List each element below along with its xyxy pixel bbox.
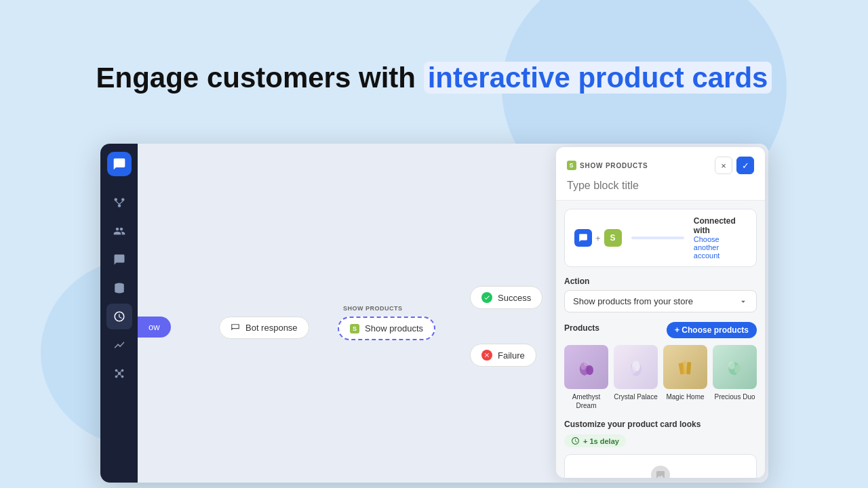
svg-point-18 xyxy=(584,361,589,366)
svg-point-21 xyxy=(629,366,636,374)
products-label: Products xyxy=(564,323,599,333)
chat-connect-icon xyxy=(574,229,592,247)
node-failure-label: Failure xyxy=(498,350,525,361)
sidebar-item-database[interactable] xyxy=(106,275,132,301)
connected-card: + S Connected with Choose another accoun… xyxy=(564,209,757,267)
node-shopify-icon: S xyxy=(350,324,359,333)
panel-body: + S Connected with Choose another accoun… xyxy=(556,201,765,478)
svg-point-7 xyxy=(115,369,117,372)
products-header: Products + Choose products xyxy=(564,322,757,338)
sidebar-item-flow[interactable] xyxy=(106,190,132,216)
sidebar-item-chat[interactable] xyxy=(106,247,132,272)
connected-text: Connected with Choose another account xyxy=(694,216,747,260)
svg-point-2 xyxy=(117,204,121,207)
node-show-products[interactable]: S Show products xyxy=(338,317,435,340)
amethyst-crystal-svg xyxy=(574,350,599,384)
node-show-products-sublabel: SHOW PRODUCTS xyxy=(343,305,403,312)
svg-line-13 xyxy=(117,375,118,376)
delay-badge[interactable]: + 1s delay xyxy=(564,434,626,447)
node-flow-label: ow xyxy=(149,322,160,332)
svg-rect-24 xyxy=(682,361,686,373)
hero-headline: Engage customers with interactive produc… xyxy=(0,61,868,95)
product-card-magic[interactable]: Magic Home xyxy=(663,345,707,410)
connected-title: Connected with xyxy=(694,216,747,235)
svg-line-11 xyxy=(117,371,118,373)
product-img-precious xyxy=(713,345,757,389)
app-window: ow Bot response SHOW PRODUCTS S Show pro… xyxy=(100,144,768,483)
svg-line-4 xyxy=(119,201,123,205)
choose-products-label: + Choose products xyxy=(675,325,749,335)
sidebar-logo[interactable] xyxy=(107,152,132,176)
svg-point-8 xyxy=(121,369,123,372)
svg-point-26 xyxy=(734,365,742,374)
delay-label: + 1s delay xyxy=(583,437,619,445)
product-name-magic: Magic Home xyxy=(663,392,707,401)
svg-point-0 xyxy=(114,198,117,201)
panel-close-button[interactable]: × xyxy=(715,157,732,174)
node-bot-label: Bot response xyxy=(245,323,298,333)
svg-point-1 xyxy=(121,198,125,201)
node-show-products-label: Show products xyxy=(365,323,423,333)
sidebar xyxy=(100,144,138,483)
panel-badge: S SHOW PRODUCTS xyxy=(567,161,648,170)
product-img-magic xyxy=(663,345,707,389)
node-success-label: Success xyxy=(498,293,531,303)
node-success[interactable]: Success xyxy=(470,286,542,309)
svg-point-10 xyxy=(121,375,123,378)
side-panel: S SHOW PRODUCTS × ✓ + S xyxy=(556,147,765,478)
svg-point-16 xyxy=(586,365,593,375)
chevron-down-icon xyxy=(738,297,748,306)
success-dot xyxy=(481,292,492,303)
precious-duo-svg xyxy=(723,350,747,384)
crystal-palace-svg xyxy=(624,350,648,384)
action-dropdown-value: Show products from your store xyxy=(573,296,693,306)
svg-rect-23 xyxy=(686,362,691,374)
customize-label: Customize your product card looks xyxy=(564,420,757,429)
svg-line-14 xyxy=(120,375,121,376)
node-bot-response[interactable]: Bot response xyxy=(219,317,309,339)
svg-point-27 xyxy=(728,361,735,369)
product-img-crystal xyxy=(614,345,658,389)
products-row: Amethyst Dream Crystal Palace xyxy=(564,345,757,410)
product-name-crystal: Crystal Palace xyxy=(614,392,658,401)
panel-badge-label: SHOW PRODUCTS xyxy=(580,162,648,169)
action-label: Action xyxy=(564,277,757,286)
panel-title-input[interactable] xyxy=(567,178,754,193)
node-flow[interactable]: ow xyxy=(138,317,171,338)
product-name-precious: Precious Duo xyxy=(713,392,757,401)
product-card-crystal[interactable]: Crystal Palace xyxy=(614,345,658,410)
delay-clock-icon xyxy=(571,436,580,445)
plus-sign: + xyxy=(595,233,601,243)
panel-confirm-button[interactable]: ✓ xyxy=(736,157,754,174)
choose-another-account-link[interactable]: Choose another account xyxy=(694,235,747,260)
connection-bar xyxy=(631,237,684,239)
failure-dot xyxy=(481,350,492,361)
panel-shopify-icon: S xyxy=(567,161,576,170)
sidebar-item-activity[interactable] xyxy=(106,304,132,329)
shopify-connect-icon: S xyxy=(604,229,622,247)
sidebar-item-integrations[interactable] xyxy=(106,361,132,386)
headline-highlight: interactive product cards xyxy=(424,62,772,94)
node-failure[interactable]: Failure xyxy=(470,344,536,367)
product-card-precious[interactable]: Precious Duo xyxy=(713,345,757,410)
headline-prefix: Engage customers with xyxy=(96,62,416,94)
product-name-amethyst: Amethyst Dream xyxy=(564,392,608,410)
preview-icon xyxy=(651,466,670,478)
preview-card xyxy=(564,454,757,478)
connect-icons: + S xyxy=(574,229,622,247)
sidebar-item-users[interactable] xyxy=(106,218,132,244)
choose-products-button[interactable]: + Choose products xyxy=(667,322,757,338)
product-card-amethyst[interactable]: Amethyst Dream xyxy=(564,345,608,410)
magic-home-svg xyxy=(673,350,698,384)
svg-line-3 xyxy=(115,201,119,205)
panel-header: S SHOW PRODUCTS × ✓ xyxy=(556,147,765,201)
sidebar-item-analytics[interactable] xyxy=(106,332,132,358)
svg-line-12 xyxy=(120,371,121,373)
action-dropdown[interactable]: Show products from your store xyxy=(564,290,757,312)
product-img-amethyst xyxy=(564,345,608,389)
svg-point-9 xyxy=(115,375,117,378)
